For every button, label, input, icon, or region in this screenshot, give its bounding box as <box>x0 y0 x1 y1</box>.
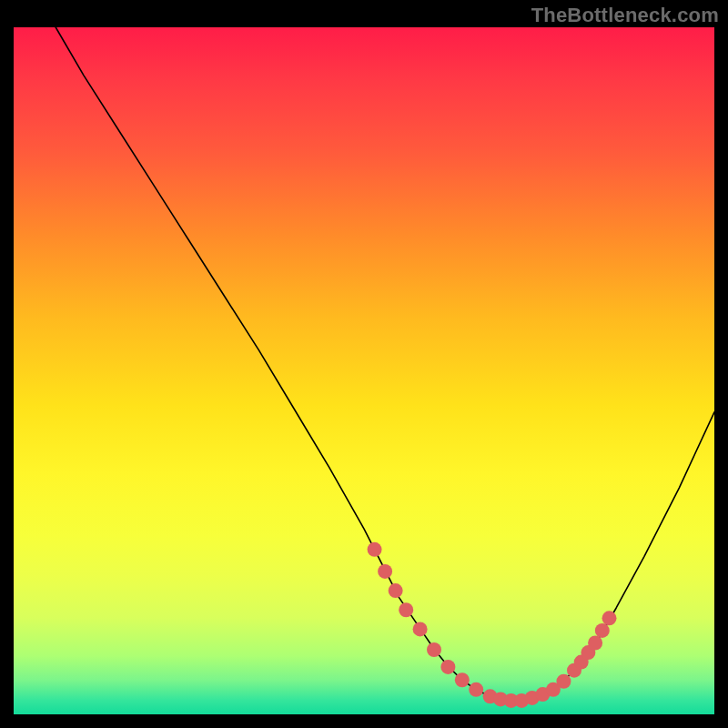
marker-point <box>455 672 470 687</box>
marker-point <box>399 602 413 617</box>
marker-point <box>413 622 428 636</box>
marker-point <box>389 583 403 598</box>
marker-point <box>427 642 441 657</box>
marker-point <box>469 682 483 697</box>
plot-area <box>14 27 714 714</box>
marker-point <box>440 660 455 674</box>
marker-point <box>602 611 617 625</box>
marker-point <box>368 542 382 557</box>
marker-point <box>588 635 602 650</box>
chart-frame: TheBottleneck.com <box>0 0 728 728</box>
plot-svg <box>14 27 714 714</box>
bottleneck-curve <box>56 27 714 701</box>
marker-point <box>595 623 610 638</box>
marker-point <box>378 564 392 579</box>
marker-layer <box>368 542 617 708</box>
curve-layer <box>56 27 714 701</box>
watermark-text: TheBottleneck.com <box>531 4 719 27</box>
marker-point <box>556 674 571 689</box>
